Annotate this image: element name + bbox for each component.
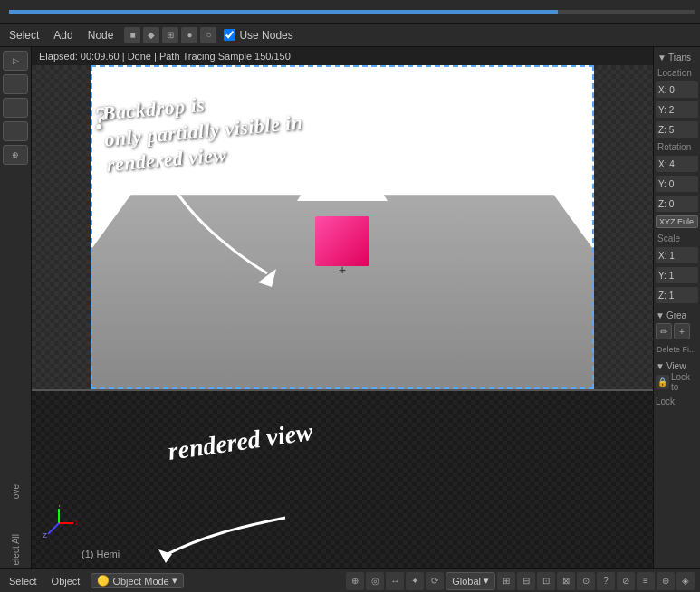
scale-x-value: X: 1 xyxy=(658,251,675,261)
rotation-label: Rotation xyxy=(656,141,698,153)
pink-cube xyxy=(315,216,369,266)
trans-label: Trans xyxy=(668,53,691,62)
scale-z-value: Z: 1 xyxy=(658,291,674,301)
white-peak xyxy=(297,129,388,201)
loc-z-value: Z: 5 xyxy=(658,125,674,135)
icon-group: ■ ◆ ⊞ ● ○ xyxy=(124,27,216,43)
toolbar-icon-13[interactable]: ≡ xyxy=(637,572,655,590)
use-nodes-label: Use Nodes xyxy=(239,29,292,42)
rot-y-value: Y: 0 xyxy=(658,179,674,189)
lock-to-row: 🔒 Lock to xyxy=(656,374,698,390)
toolbar-icon-5[interactable]: ⟳ xyxy=(426,572,444,590)
lock-to-label: Lock to xyxy=(671,372,698,392)
sidebar-btn-2[interactable] xyxy=(3,74,28,94)
delete-fill-label: Delete Fi... xyxy=(656,344,698,355)
scale-y-row[interactable]: Y: 1 xyxy=(656,267,698,283)
scale-x-row[interactable]: X: 1 xyxy=(656,247,698,263)
top-progressbar xyxy=(0,0,700,24)
toolbar-icon-8[interactable]: ⊡ xyxy=(537,572,555,590)
progress-container xyxy=(9,10,695,14)
rot-y-row[interactable]: Y: 0 xyxy=(656,176,698,192)
viewport-header-bar: Elapsed: 00:09.60 | Done | Path Tracing … xyxy=(32,47,653,65)
toolbar-icon-6[interactable]: ⊞ xyxy=(497,572,515,590)
viewport-bottom: rendered view X Y Z (1) Hemi xyxy=(32,391,653,568)
menu-select[interactable]: Select xyxy=(5,27,43,43)
sidebar-btn-5[interactable]: ⊕ xyxy=(3,145,28,165)
sidebar-btn-4[interactable] xyxy=(3,121,28,141)
svg-text:X: X xyxy=(75,519,77,527)
menu-node[interactable]: Node xyxy=(84,27,118,43)
lock-icon: 🔒 xyxy=(656,375,669,389)
toolbar-icon-4[interactable]: ✦ xyxy=(406,572,424,590)
lock-sub-row: Lock xyxy=(656,393,698,409)
toolbar-icon-14[interactable]: ⊕ xyxy=(657,572,675,590)
svg-text:Z: Z xyxy=(43,531,47,539)
sidebar-btn-1[interactable]: ▷ xyxy=(3,51,28,71)
icon-btn-5[interactable]: ○ xyxy=(200,27,216,43)
menu-add[interactable]: Add xyxy=(50,27,76,43)
toolbar-icon-1[interactable]: ⊕ xyxy=(346,572,364,590)
use-nodes-checkbox[interactable] xyxy=(224,29,235,41)
global-chevron: ▾ xyxy=(484,575,489,587)
view-header: ▼ View xyxy=(656,361,698,371)
toolbar-icon-15[interactable]: ◈ xyxy=(676,572,695,590)
icon-btn-4[interactable]: ● xyxy=(181,27,197,43)
toolbar-icon-12[interactable]: ⊘ xyxy=(617,572,635,590)
grease-label: Grea xyxy=(666,310,686,320)
toolbar-icon-11[interactable]: ? xyxy=(597,572,615,590)
status-object[interactable]: Object xyxy=(48,574,84,588)
view-label: View xyxy=(666,361,686,371)
toolbar-icon-10[interactable]: ⊙ xyxy=(577,572,595,590)
grease-pencil-icon[interactable]: ✏ xyxy=(656,323,672,339)
mode-chevron: ▾ xyxy=(172,575,177,587)
rot-x-row[interactable]: X: 4 xyxy=(656,156,698,172)
svg-line-4 xyxy=(48,523,59,534)
toolbar-icon-2[interactable]: ◎ xyxy=(366,572,384,590)
viewport-top: Elapsed: 00:09.60 | Done | Path Tracing … xyxy=(32,47,653,391)
scale-z-row[interactable]: Z: 1 xyxy=(656,287,698,303)
toolbar-icon-3[interactable]: ↔ xyxy=(386,572,404,590)
main-area: ▷ ⊕ ove elect All Elapsed: 00:09.60 | D xyxy=(0,47,700,568)
grease-toolbar: ✏ + xyxy=(656,323,698,339)
grease-header: ▼ Grea xyxy=(656,310,698,320)
mode-label: Object Mode xyxy=(112,576,168,587)
render-status-text: Elapsed: 00:09.60 | Done | Path Tracing … xyxy=(39,51,291,62)
lock-sub-label: Lock xyxy=(656,396,675,406)
bottom-statusbar: Select Object 🟡 Object Mode ▾ ⊕ ◎ ↔ ✦ ⟳ … xyxy=(0,568,700,592)
toolbar-icons: ⊕ ◎ ↔ ✦ ⟳ Global ▾ ⊞ ⊟ ⊡ ⊠ ⊙ ? ⊘ ≡ ⊕ ◈ xyxy=(346,572,695,590)
toolbar-icon-9[interactable]: ⊠ xyxy=(557,572,575,590)
global-selector[interactable]: Global ▾ xyxy=(446,572,495,590)
progress-fill xyxy=(9,10,558,14)
rot-z-value: Z: 0 xyxy=(658,199,674,209)
rendered-scene xyxy=(91,65,594,389)
loc-x-value: X: 0 xyxy=(658,85,675,95)
bottom-checkered-bg xyxy=(32,391,653,568)
trans-header: ▼ Trans xyxy=(656,51,698,64)
hemi-label: (1) Hemi xyxy=(82,549,120,559)
sidebar-btn-3[interactable] xyxy=(3,98,28,118)
xyz-euler-button[interactable]: XYZ Eule xyxy=(656,215,698,228)
loc-z-row[interactable]: Z: 5 xyxy=(656,121,698,138)
svg-text:Y: Y xyxy=(57,505,62,509)
scale-label: Scale xyxy=(656,233,698,244)
axes-indicator: X Y Z xyxy=(41,505,77,541)
toolbar-icon-7[interactable]: ⊟ xyxy=(517,572,535,590)
loc-y-value: Y: 2 xyxy=(658,105,674,115)
mode-icon: 🟡 xyxy=(97,575,110,587)
move-label: ove xyxy=(11,484,21,499)
icon-btn-3[interactable]: ⊞ xyxy=(162,27,178,43)
location-label: Location xyxy=(656,67,698,79)
icon-btn-1[interactable]: ■ xyxy=(124,27,140,43)
loc-x-row[interactable]: X: 0 xyxy=(656,81,698,98)
right-panel: ▼ Trans Location X: 0 Y: 2 Z: 5 Rotation… xyxy=(653,47,700,568)
status-select[interactable]: Select xyxy=(5,574,41,588)
icon-btn-2[interactable]: ◆ xyxy=(143,27,159,43)
use-nodes-checkbox-label[interactable]: Use Nodes xyxy=(224,29,292,42)
rot-z-row[interactable]: Z: 0 xyxy=(656,196,698,212)
left-sidebar: ▷ ⊕ ove elect All xyxy=(0,47,32,568)
grease-add-icon[interactable]: + xyxy=(674,323,690,339)
mode-selector[interactable]: 🟡 Object Mode ▾ xyxy=(91,573,183,588)
scale-y-value: Y: 1 xyxy=(658,271,674,281)
rot-x-value: X: 4 xyxy=(658,159,675,169)
loc-y-row[interactable]: Y: 2 xyxy=(656,101,698,118)
